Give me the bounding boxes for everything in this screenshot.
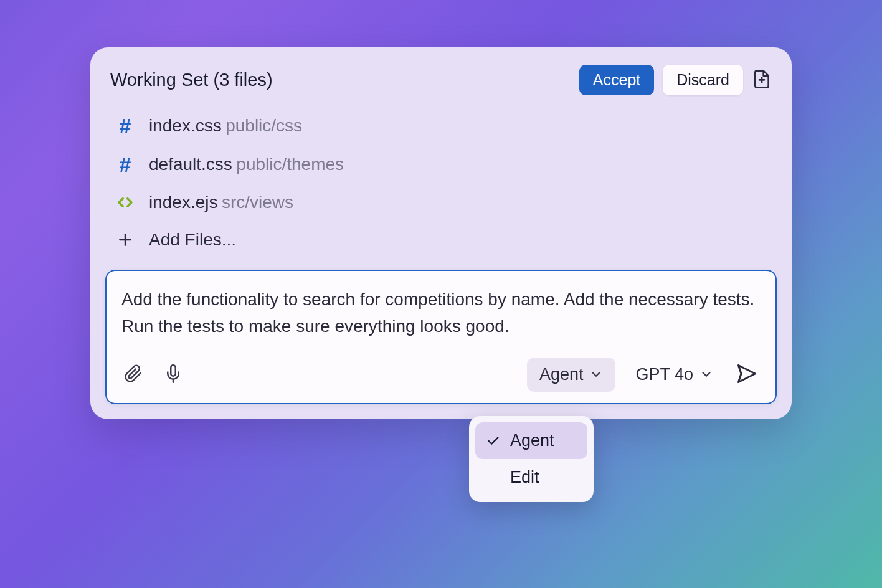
panel-header: Working Set (3 files) Accept Discard <box>105 65 777 107</box>
file-path: src/views <box>222 192 293 212</box>
diff-view-button[interactable] <box>752 69 772 91</box>
toolbar-left <box>121 362 185 387</box>
model-selector[interactable]: GPT 4o <box>630 358 718 392</box>
prompt-input-card: Add the functionality to search for comp… <box>105 270 777 404</box>
css-file-icon: # <box>115 154 135 175</box>
plus-icon <box>115 232 135 248</box>
header-actions: Accept Discard <box>579 65 772 95</box>
panel-title: Working Set (3 files) <box>110 70 273 90</box>
working-set-panel: Working Set (3 files) Accept Discard <box>90 47 792 419</box>
template-file-icon <box>115 193 135 212</box>
attach-button[interactable] <box>121 362 145 387</box>
accept-button[interactable]: Accept <box>579 65 654 95</box>
mode-option-label: Agent <box>510 431 554 450</box>
file-row[interactable]: index.ejs src/views <box>110 184 772 221</box>
file-name: index.ejs <box>149 192 218 212</box>
microphone-icon <box>164 364 183 385</box>
send-icon <box>736 363 758 387</box>
mode-option-label: Edit <box>510 468 539 487</box>
chevron-down-icon <box>589 368 603 381</box>
mode-selector-label: Agent <box>539 365 584 384</box>
chevron-down-icon <box>699 368 713 381</box>
file-name: index.css <box>149 116 222 135</box>
mode-option-edit[interactable]: Edit <box>475 459 587 496</box>
file-path: public/themes <box>236 154 344 174</box>
svg-marker-7 <box>739 365 756 382</box>
file-row[interactable]: # index.css public/css <box>110 107 772 145</box>
mode-option-agent[interactable]: Agent <box>475 422 587 459</box>
add-files-button[interactable]: Add Files... <box>110 221 772 258</box>
file-list: # index.css public/css # default.css pub… <box>105 107 777 258</box>
check-icon <box>486 434 501 448</box>
voice-button[interactable] <box>161 362 185 387</box>
diff-file-icon <box>752 69 772 91</box>
send-button[interactable] <box>733 360 761 389</box>
paperclip-icon <box>124 364 143 385</box>
mode-dropdown-menu: Agent Edit <box>469 416 594 502</box>
prompt-textarea[interactable]: Add the functionality to search for comp… <box>121 286 761 340</box>
model-selector-label: GPT 4o <box>635 365 693 384</box>
file-row[interactable]: # default.css public/themes <box>110 145 772 184</box>
discard-button[interactable]: Discard <box>663 65 743 95</box>
mode-selector[interactable]: Agent <box>527 358 616 392</box>
file-path: public/css <box>225 116 302 135</box>
add-files-label: Add Files... <box>149 230 236 250</box>
file-name: default.css <box>149 154 232 174</box>
input-toolbar: Agent GPT 4o <box>121 358 761 392</box>
css-file-icon: # <box>115 115 135 136</box>
toolbar-right: Agent GPT 4o <box>527 358 761 392</box>
